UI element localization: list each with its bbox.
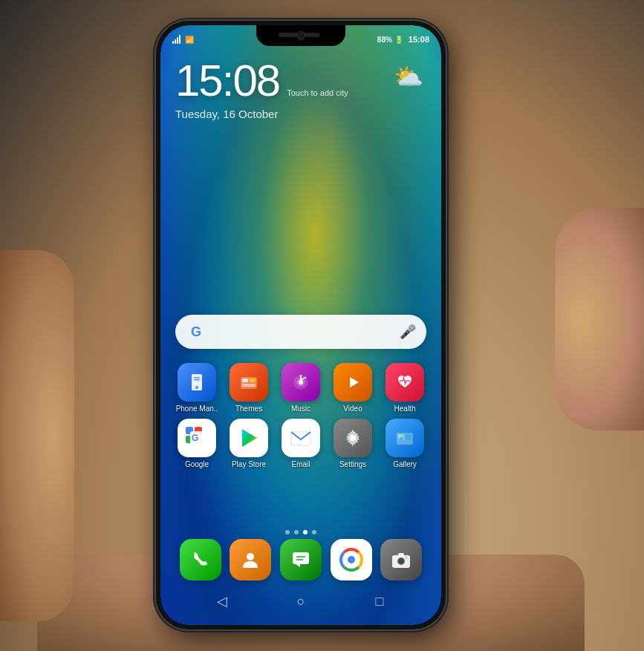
nav-bar: ◁ ○ □	[160, 585, 441, 618]
app-gallery[interactable]: Gallery	[381, 419, 429, 468]
app-health[interactable]: Health	[381, 363, 429, 413]
themes-icon	[230, 363, 268, 402]
status-time: 15:08	[409, 35, 429, 44]
phone-screen: 📶 88% 🔋 15:08 15:08 Touch to add city Tu…	[160, 25, 441, 625]
gallery-label: Gallery	[381, 460, 429, 468]
dock-phone[interactable]	[180, 539, 221, 580]
fingers-left	[0, 250, 74, 621]
search-bar[interactable]: G 🎤	[175, 315, 426, 349]
settings-icon	[334, 419, 372, 457]
app-row-2: G Google	[171, 419, 431, 468]
settings-label: Settings	[329, 460, 377, 468]
phone-manager-label: Phone Man..	[173, 405, 221, 413]
app-google[interactable]: G Google	[173, 419, 221, 468]
status-left: 📶	[172, 35, 194, 44]
svg-rect-2	[194, 377, 200, 379]
dock	[160, 539, 441, 580]
app-grid: Phone Man.. Themes	[160, 363, 441, 474]
svg-marker-11	[350, 377, 359, 387]
page-dot-4[interactable]	[312, 530, 316, 534]
add-city-label[interactable]: Touch to add city	[287, 88, 348, 97]
scene: 📶 88% 🔋 15:08 15:08 Touch to add city Tu…	[0, 0, 644, 651]
svg-point-23	[399, 435, 401, 437]
svg-point-1	[195, 386, 198, 389]
page-dots	[160, 530, 441, 534]
app-themes[interactable]: Themes	[225, 363, 273, 413]
gallery-icon	[386, 419, 424, 457]
home-button[interactable]: ○	[284, 585, 317, 618]
page-dot-2[interactable]	[294, 530, 299, 534]
thumb-right	[555, 208, 644, 431]
email-label: Email	[277, 460, 325, 468]
svg-rect-5	[242, 379, 248, 382]
svg-rect-7	[242, 384, 256, 387]
wifi-icon: 📶	[185, 36, 194, 44]
svg-point-36	[406, 557, 408, 559]
google-logo: G	[186, 321, 206, 342]
clock-area: 15:08 Touch to add city Tuesday, 16 Octo…	[160, 55, 441, 120]
svg-rect-6	[250, 379, 256, 382]
svg-rect-26	[406, 434, 412, 440]
svg-rect-28	[293, 552, 309, 564]
app-play-store[interactable]: Play Store	[225, 419, 273, 468]
date-display: Tuesday, 16 October	[175, 108, 426, 120]
recent-button[interactable]: □	[363, 585, 396, 618]
page-dot-3-active[interactable]	[303, 530, 308, 534]
app-phone-manager[interactable]: Phone Man..	[173, 363, 221, 413]
svg-marker-18	[242, 429, 257, 447]
app-video[interactable]: Video	[329, 363, 377, 413]
app-music[interactable]: Music	[277, 363, 325, 413]
battery-percent: 88%	[377, 36, 392, 44]
back-button[interactable]: ◁	[206, 585, 238, 618]
play-store-label: Play Store	[225, 460, 273, 468]
svg-point-34	[399, 559, 404, 564]
mic-icon[interactable]: 🎤	[400, 324, 416, 340]
phone-body: 📶 88% 🔋 15:08 15:08 Touch to add city Tu…	[156, 21, 446, 629]
video-icon	[334, 363, 372, 402]
app-row-1: Phone Man.. Themes	[171, 363, 431, 413]
app-email[interactable]: Email	[277, 419, 325, 468]
svg-point-27	[247, 553, 254, 560]
themes-label: Themes	[225, 405, 273, 413]
health-label: Health	[381, 405, 429, 413]
dock-camera[interactable]	[380, 539, 422, 580]
time-display: 15:08	[175, 55, 279, 106]
dock-messages[interactable]	[280, 539, 322, 580]
app-settings[interactable]: Settings	[329, 419, 377, 468]
phone-manager-icon	[178, 363, 216, 402]
front-camera	[296, 31, 305, 40]
notch	[256, 25, 345, 46]
svg-rect-3	[194, 379, 200, 381]
page-dot-1[interactable]	[285, 530, 290, 534]
google-label: Google	[173, 460, 221, 468]
svg-rect-35	[398, 553, 404, 556]
video-label: Video	[329, 405, 377, 413]
music-label: Music	[277, 405, 325, 413]
health-icon	[386, 363, 424, 402]
email-icon	[282, 419, 320, 457]
music-icon	[282, 363, 320, 402]
play-store-icon	[230, 419, 268, 457]
svg-marker-29	[296, 564, 300, 567]
google-app-icon: G	[178, 419, 216, 457]
svg-text:G: G	[192, 433, 198, 443]
signal-icon	[172, 35, 180, 44]
battery-icon: 🔋	[394, 36, 403, 44]
dock-contacts[interactable]	[230, 539, 271, 580]
dock-chrome[interactable]	[331, 539, 372, 580]
status-right: 88% 🔋 15:08	[377, 35, 429, 44]
